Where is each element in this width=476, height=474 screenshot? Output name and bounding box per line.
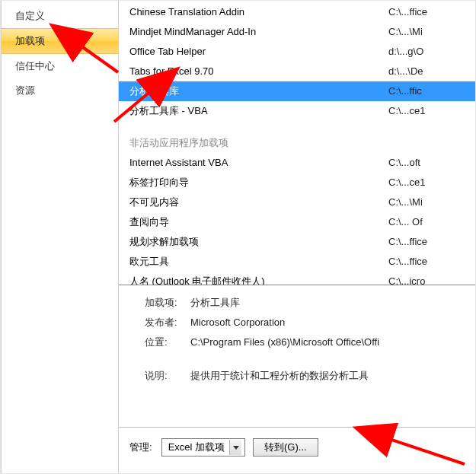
sidebar-item-label: 信任中心	[15, 60, 55, 72]
addin-row[interactable]: Chinese Translation AddinC:\...ffice	[119, 2, 475, 22]
addin-name: 不可见内容	[129, 194, 388, 211]
addin-name: 标签打印向导	[129, 174, 388, 191]
addin-name: Office Tab Helper	[129, 43, 388, 60]
addin-row[interactable]: Mindjet MindManager Add-InC:\...\Mi	[119, 22, 475, 42]
sidebar-item-addins[interactable]: 加载项	[2, 28, 118, 54]
addin-path: C:\...ffice	[388, 234, 475, 250]
details-label-publisher: 发布者:	[145, 313, 190, 332]
details-label-location: 位置:	[145, 332, 190, 352]
details-value-publisher: Microsoft Corporation	[190, 313, 475, 332]
addin-name: 欧元工具	[129, 253, 388, 270]
sidebar-item-label: 加载项	[15, 35, 45, 46]
addin-path: C:\...\Mi	[388, 24, 475, 40]
sidebar-item-label: 自定义	[15, 10, 45, 21]
addin-name: Tabs for Excel 9.70	[129, 63, 388, 80]
addin-path: C:\...\Mi	[388, 194, 475, 211]
addin-row[interactable]: 查阅向导C:\... Of	[119, 212, 475, 232]
addin-row[interactable]: Internet Assistant VBAC:\...oft	[119, 153, 475, 173]
addin-path: C:\...ffice	[388, 4, 475, 21]
manage-dropdown[interactable]: Excel 加载项	[161, 438, 245, 457]
sidebar-item-customize[interactable]: 自定义	[2, 4, 118, 28]
sidebar-item-label: 资源	[15, 84, 35, 96]
addin-row[interactable]: 人名 (Outlook 电子邮件收件人)C:\...icro	[119, 272, 475, 285]
addin-name: Chinese Translation Addin	[129, 4, 388, 21]
addin-path: C:\...oft	[388, 154, 475, 171]
addin-name: 查阅向导	[129, 214, 388, 231]
addin-row[interactable]: Tabs for Excel 9.70d:\...\De	[119, 62, 475, 81]
addin-list-container: Chinese Translation AddinC:\...fficeMind…	[119, 1, 475, 285]
details-value-location: C:\Program Files (x86)\Microsoft Office\…	[190, 332, 475, 352]
details-label-description: 说明:	[145, 366, 190, 386]
main-panel: Chinese Translation AddinC:\...fficeMind…	[119, 1, 475, 473]
addin-path: C:\... Of	[388, 214, 475, 231]
details-label-addin: 加载项:	[145, 293, 190, 313]
go-button[interactable]: 转到(G)...	[253, 438, 318, 457]
manage-bar: 管理: Excel 加载项 转到(G)...	[119, 427, 475, 457]
details-value-addin: 分析工具库	[190, 293, 475, 313]
addin-name: Internet Assistant VBA	[129, 154, 388, 171]
addin-name: 规划求解加载项	[129, 234, 388, 250]
addin-name: 分析工具库 - VBA	[129, 103, 388, 119]
sidebar-item-resources[interactable]: 资源	[2, 78, 118, 103]
details-value-description: 提供用于统计和工程分析的数据分析工具	[190, 366, 475, 386]
addin-details: 加载项: 分析工具库 发布者: Microsoft Corporation 位置…	[119, 285, 475, 386]
addin-path: C:\...ce1	[388, 174, 475, 191]
sidebar-item-trust-center[interactable]: 信任中心	[2, 54, 118, 78]
addin-row[interactable]: 不可见内容C:\...\Mi	[119, 192, 475, 212]
addin-name: 人名 (Outlook 电子邮件收件人)	[129, 273, 388, 285]
addin-path: C:\...ffic	[388, 83, 475, 100]
addin-path: C:\...ffice	[388, 253, 475, 270]
sidebar: 自定义 加载项 信任中心 资源	[1, 1, 119, 473]
addin-row[interactable]: 分析工具库 - VBAC:\...ce1	[119, 101, 475, 121]
addin-path: C:\...icro	[388, 273, 475, 285]
addin-name: Mindjet MindManager Add-In	[129, 24, 388, 40]
manage-label: 管理:	[129, 441, 152, 454]
addin-row[interactable]: 分析工具库C:\...ffic	[119, 81, 475, 101]
addin-row[interactable]: 欧元工具C:\...ffice	[119, 252, 475, 272]
addin-row[interactable]: Office Tab Helperd:\...g\O	[119, 42, 475, 62]
inactive-section-header: 非活动应用程序加载项	[119, 121, 475, 153]
addin-name: 分析工具库	[129, 83, 388, 100]
addin-path: C:\...ce1	[388, 103, 475, 119]
chevron-down-icon[interactable]	[229, 440, 241, 455]
addin-path: d:\...g\O	[388, 43, 475, 60]
manage-dropdown-value: Excel 加载项	[168, 441, 229, 454]
addin-path: d:\...\De	[388, 63, 475, 80]
addin-row[interactable]: 标签打印向导C:\...ce1	[119, 173, 475, 192]
go-button-label: 转到(G)...	[264, 441, 307, 453]
addin-row[interactable]: 规划求解加载项C:\...ffice	[119, 232, 475, 252]
